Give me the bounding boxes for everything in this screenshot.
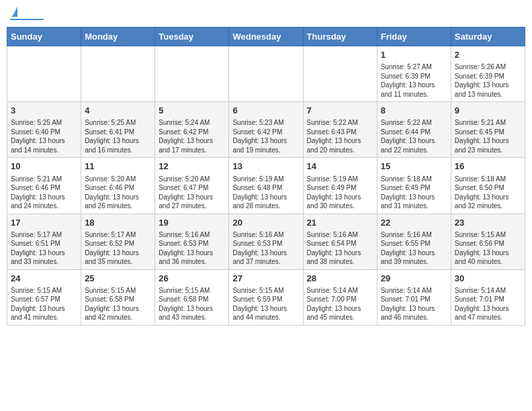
day-info: Sunrise: 5:15 AM Sunset: 6:58 PM Dayligh… <box>159 286 225 322</box>
day-info: Sunrise: 5:19 AM Sunset: 6:49 PM Dayligh… <box>307 175 373 211</box>
day-number: 2 <box>455 49 521 61</box>
calendar-header-thursday: Thursday <box>303 28 377 46</box>
day-number: 30 <box>455 273 521 285</box>
logo-triangle-icon <box>12 7 17 17</box>
day-info: Sunrise: 5:17 AM Sunset: 6:52 PM Dayligh… <box>85 230 151 267</box>
day-info: Sunrise: 5:19 AM Sunset: 6:48 PM Dayligh… <box>232 175 299 211</box>
day-number: 12 <box>159 161 225 173</box>
day-number: 27 <box>232 273 299 285</box>
day-info: Sunrise: 5:16 AM Sunset: 6:53 PM Dayligh… <box>232 230 299 267</box>
calendar-cell: 17Sunrise: 5:17 AM Sunset: 6:51 PM Dayli… <box>7 214 81 269</box>
day-number: 1 <box>381 49 447 61</box>
calendar-cell <box>155 46 229 102</box>
calendar-header-sunday: Sunday <box>7 28 81 46</box>
calendar-cell: 16Sunrise: 5:18 AM Sunset: 6:50 PM Dayli… <box>451 158 525 214</box>
day-number: 29 <box>381 273 447 285</box>
day-info: Sunrise: 5:23 AM Sunset: 6:42 PM Dayligh… <box>232 118 299 154</box>
calendar-header-row: SundayMondayTuesdayWednesdayThursdayFrid… <box>7 28 525 46</box>
calendar-cell: 14Sunrise: 5:19 AM Sunset: 6:49 PM Dayli… <box>303 158 377 214</box>
calendar-week-row: 24Sunrise: 5:15 AM Sunset: 6:57 PM Dayli… <box>7 269 525 325</box>
day-info: Sunrise: 5:16 AM Sunset: 6:54 PM Dayligh… <box>307 230 373 267</box>
calendar-cell: 15Sunrise: 5:18 AM Sunset: 6:49 PM Dayli… <box>377 158 451 214</box>
calendar-cell: 9Sunrise: 5:21 AM Sunset: 6:45 PM Daylig… <box>451 102 525 158</box>
calendar-cell: 12Sunrise: 5:20 AM Sunset: 6:47 PM Dayli… <box>155 158 229 214</box>
day-number: 24 <box>11 273 77 285</box>
day-info: Sunrise: 5:25 AM Sunset: 6:41 PM Dayligh… <box>85 118 151 154</box>
calendar-cell <box>81 46 155 102</box>
day-number: 20 <box>232 217 299 229</box>
calendar-cell: 11Sunrise: 5:20 AM Sunset: 6:46 PM Dayli… <box>81 158 155 214</box>
calendar-cell: 28Sunrise: 5:14 AM Sunset: 7:00 PM Dayli… <box>303 269 377 325</box>
calendar-cell: 29Sunrise: 5:14 AM Sunset: 7:01 PM Dayli… <box>377 269 451 325</box>
day-info: Sunrise: 5:14 AM Sunset: 7:01 PM Dayligh… <box>455 286 521 322</box>
day-info: Sunrise: 5:15 AM Sunset: 6:58 PM Dayligh… <box>85 286 151 322</box>
day-info: Sunrise: 5:14 AM Sunset: 7:01 PM Dayligh… <box>381 286 447 322</box>
calendar-cell: 5Sunrise: 5:24 AM Sunset: 6:42 PM Daylig… <box>155 102 229 158</box>
day-info: Sunrise: 5:18 AM Sunset: 6:49 PM Dayligh… <box>381 175 447 211</box>
day-number: 14 <box>307 161 373 173</box>
day-info: Sunrise: 5:16 AM Sunset: 6:55 PM Dayligh… <box>381 230 447 267</box>
day-number: 23 <box>455 217 521 229</box>
day-info: Sunrise: 5:22 AM Sunset: 6:44 PM Dayligh… <box>381 118 447 154</box>
day-info: Sunrise: 5:20 AM Sunset: 6:46 PM Dayligh… <box>85 175 151 211</box>
day-number: 18 <box>85 217 151 229</box>
calendar-cell: 26Sunrise: 5:15 AM Sunset: 6:58 PM Dayli… <box>155 269 229 325</box>
calendar-cell: 24Sunrise: 5:15 AM Sunset: 6:57 PM Dayli… <box>7 269 81 325</box>
day-number: 11 <box>85 161 151 173</box>
calendar-cell: 4Sunrise: 5:25 AM Sunset: 6:41 PM Daylig… <box>81 102 155 158</box>
calendar-header-tuesday: Tuesday <box>155 28 229 46</box>
calendar-table: SundayMondayTuesdayWednesdayThursdayFrid… <box>7 27 525 326</box>
day-number: 13 <box>232 161 299 173</box>
calendar-cell: 10Sunrise: 5:21 AM Sunset: 6:46 PM Dayli… <box>7 158 81 214</box>
day-info: Sunrise: 5:15 AM Sunset: 6:59 PM Dayligh… <box>232 286 299 322</box>
calendar-cell <box>303 46 377 102</box>
calendar-cell: 13Sunrise: 5:19 AM Sunset: 6:48 PM Dayli… <box>229 158 303 214</box>
calendar-cell: 1Sunrise: 5:27 AM Sunset: 6:39 PM Daylig… <box>377 46 451 102</box>
calendar-header-wednesday: Wednesday <box>229 28 303 46</box>
calendar-cell: 20Sunrise: 5:16 AM Sunset: 6:53 PM Dayli… <box>229 214 303 269</box>
calendar-cell: 25Sunrise: 5:15 AM Sunset: 6:58 PM Dayli… <box>81 269 155 325</box>
day-info: Sunrise: 5:15 AM Sunset: 6:56 PM Dayligh… <box>455 230 521 267</box>
day-number: 25 <box>85 273 151 285</box>
day-info: Sunrise: 5:25 AM Sunset: 6:40 PM Dayligh… <box>11 118 77 154</box>
day-info: Sunrise: 5:17 AM Sunset: 6:51 PM Dayligh… <box>11 230 77 267</box>
calendar-cell: 6Sunrise: 5:23 AM Sunset: 6:42 PM Daylig… <box>229 102 303 158</box>
day-info: Sunrise: 5:22 AM Sunset: 6:43 PM Dayligh… <box>307 118 373 154</box>
calendar-cell: 8Sunrise: 5:22 AM Sunset: 6:44 PM Daylig… <box>377 102 451 158</box>
day-number: 19 <box>159 217 225 229</box>
calendar-cell: 2Sunrise: 5:26 AM Sunset: 6:39 PM Daylig… <box>451 46 525 102</box>
calendar-cell <box>229 46 303 102</box>
calendar-cell: 18Sunrise: 5:17 AM Sunset: 6:52 PM Dayli… <box>81 214 155 269</box>
calendar-week-row: 3Sunrise: 5:25 AM Sunset: 6:40 PM Daylig… <box>7 102 525 158</box>
day-number: 5 <box>159 105 225 117</box>
calendar-week-row: 17Sunrise: 5:17 AM Sunset: 6:51 PM Dayli… <box>7 214 525 269</box>
page-header <box>7 7 525 20</box>
calendar-cell <box>7 46 81 102</box>
calendar-cell: 3Sunrise: 5:25 AM Sunset: 6:40 PM Daylig… <box>7 102 81 158</box>
calendar-cell: 21Sunrise: 5:16 AM Sunset: 6:54 PM Dayli… <box>303 214 377 269</box>
day-info: Sunrise: 5:24 AM Sunset: 6:42 PM Dayligh… <box>159 118 225 154</box>
day-info: Sunrise: 5:20 AM Sunset: 6:47 PM Dayligh… <box>159 175 225 211</box>
day-info: Sunrise: 5:15 AM Sunset: 6:57 PM Dayligh… <box>11 286 77 322</box>
calendar-week-row: 10Sunrise: 5:21 AM Sunset: 6:46 PM Dayli… <box>7 158 525 214</box>
day-number: 28 <box>307 273 373 285</box>
logo-underline <box>10 19 44 20</box>
day-number: 10 <box>11 161 77 173</box>
day-number: 21 <box>307 217 373 229</box>
day-number: 9 <box>455 105 521 117</box>
day-info: Sunrise: 5:21 AM Sunset: 6:46 PM Dayligh… <box>11 175 77 211</box>
day-number: 3 <box>11 105 77 117</box>
day-number: 6 <box>232 105 299 117</box>
calendar-header-monday: Monday <box>81 28 155 46</box>
day-number: 4 <box>85 105 151 117</box>
calendar-header-saturday: Saturday <box>451 28 525 46</box>
day-number: 15 <box>381 161 447 173</box>
day-number: 17 <box>11 217 77 229</box>
day-number: 16 <box>455 161 521 173</box>
day-info: Sunrise: 5:18 AM Sunset: 6:50 PM Dayligh… <box>455 175 521 211</box>
calendar-cell: 30Sunrise: 5:14 AM Sunset: 7:01 PM Dayli… <box>451 269 525 325</box>
day-number: 7 <box>307 105 373 117</box>
day-number: 26 <box>159 273 225 285</box>
day-info: Sunrise: 5:27 AM Sunset: 6:39 PM Dayligh… <box>381 62 447 99</box>
calendar-cell: 7Sunrise: 5:22 AM Sunset: 6:43 PM Daylig… <box>303 102 377 158</box>
